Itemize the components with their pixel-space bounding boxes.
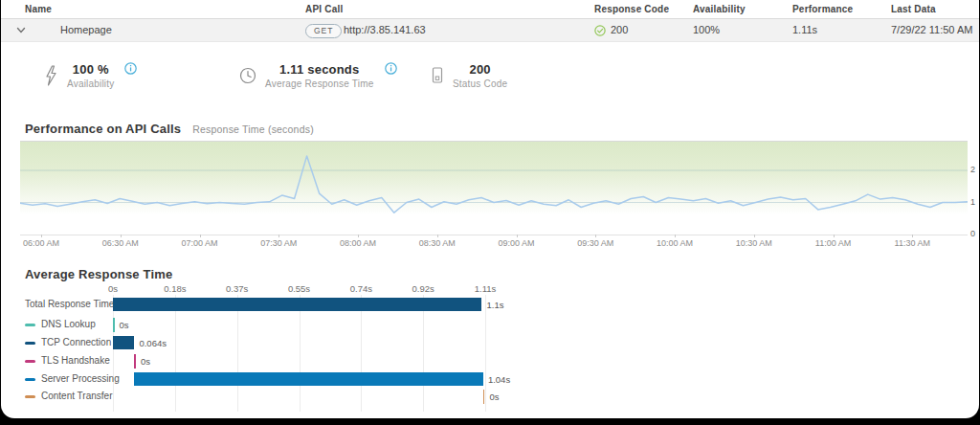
avg-response-value: 1.11 seconds bbox=[265, 62, 374, 77]
waterfall-bar-content-transfer bbox=[483, 390, 485, 404]
waterfall-bar-value: 0s bbox=[141, 356, 150, 367]
performance-line-chart bbox=[20, 141, 968, 235]
availability-label: Availability bbox=[67, 78, 114, 89]
lightning-icon bbox=[43, 64, 58, 87]
legend-dash-dns-lookup bbox=[25, 324, 35, 326]
row-response-code: 200 bbox=[611, 19, 628, 41]
x-tick-label: 08:00 AM bbox=[340, 238, 376, 248]
http-method-badge: GET bbox=[305, 24, 342, 38]
waterfall-gridline bbox=[485, 295, 486, 412]
waterfall-gridline bbox=[300, 295, 301, 412]
waterfall-row-label: Total Response Time bbox=[25, 299, 114, 309]
waterfall-row-label: Server Processing bbox=[41, 373, 120, 384]
status-device-icon bbox=[431, 66, 444, 85]
x-tick-label: 10:30 AM bbox=[736, 238, 772, 248]
row-last-data-received: 7/29/22 11:50 AM bbox=[891, 19, 972, 41]
success-check-icon bbox=[594, 25, 606, 36]
waterfall-bar-server-processing bbox=[134, 372, 482, 386]
waterfall-bar-value: 0.064s bbox=[139, 338, 167, 348]
waterfall-bar-total-response-time bbox=[113, 298, 481, 311]
table-header: Name API Call Response Code Availability… bbox=[1, 0, 979, 19]
waterfall-tick-label: 0.74s bbox=[350, 283, 372, 294]
table-row[interactable]: Homepage GET http://3.85.141.63 200 100%… bbox=[1, 19, 979, 42]
x-tick-label: 09:30 AM bbox=[577, 238, 613, 248]
waterfall-gridline bbox=[175, 295, 176, 412]
waterfall-bar-tls-handshake bbox=[134, 354, 136, 369]
performance-chart-title: Performance on API CallsResponse Time (s… bbox=[25, 122, 314, 136]
x-tick-mark bbox=[200, 235, 201, 237]
x-tick-label: 09:00 AM bbox=[498, 238, 534, 248]
waterfall-tick-label: 0.37s bbox=[226, 283, 248, 294]
performance-x-axis-line bbox=[20, 235, 968, 235]
x-tick-mark bbox=[121, 235, 122, 237]
waterfall-gridline bbox=[361, 295, 362, 412]
x-tick-mark bbox=[437, 235, 438, 237]
waterfall-bar-value: 0s bbox=[120, 320, 129, 330]
legend-dash-tls-handshake bbox=[25, 360, 35, 363]
performance-line-svg bbox=[20, 142, 968, 235]
stat-status-code: 200 Status Code bbox=[431, 62, 507, 89]
waterfall-row-label: Content Transfer bbox=[41, 391, 112, 401]
x-tick-label: 07:00 AM bbox=[181, 238, 217, 248]
monitoring-dashboard: Name API Call Response Code Availability… bbox=[1, 0, 979, 418]
chevron-down-icon[interactable] bbox=[16, 27, 26, 34]
waterfall-bar-dns-lookup bbox=[113, 318, 115, 332]
waterfall-gridline bbox=[423, 295, 424, 412]
y-tick-label: 0 bbox=[970, 229, 975, 238]
x-tick-mark bbox=[834, 235, 835, 237]
x-tick-label: 06:00 AM bbox=[23, 238, 59, 248]
waterfall-bar-value: 0s bbox=[489, 391, 499, 402]
stat-availability: 100 % Availability bbox=[43, 62, 137, 89]
waterfall-row-label: TCP Connection bbox=[41, 337, 111, 347]
column-header-api-call: API Call bbox=[305, 0, 343, 18]
performance-chart-title-text: Performance on API Calls bbox=[25, 122, 181, 136]
response-time-line bbox=[20, 156, 968, 212]
avg-response-label: Average Response Time bbox=[265, 78, 374, 89]
x-tick-label: 10:00 AM bbox=[657, 238, 693, 248]
waterfall-title: Average Response Time bbox=[25, 267, 173, 281]
x-tick-label: 06:30 AM bbox=[102, 238, 139, 248]
waterfall-bar-value: 1.1s bbox=[486, 300, 503, 310]
y-tick-label: 2 bbox=[970, 165, 975, 174]
waterfall-bar-tcp-connection bbox=[113, 336, 134, 349]
x-tick-mark bbox=[912, 235, 913, 237]
legend-dash-tcp-connection bbox=[25, 342, 35, 345]
x-tick-mark bbox=[517, 235, 518, 237]
stat-avg-response-time: 1.11 seconds Average Response Time bbox=[239, 62, 397, 89]
row-availability: 100% bbox=[693, 19, 720, 41]
waterfall-tick-label: 1.11s bbox=[475, 283, 497, 294]
waterfall-tick-label: 0.92s bbox=[412, 283, 434, 294]
clock-icon bbox=[239, 67, 256, 84]
column-header-availability: Availability bbox=[693, 0, 746, 18]
column-header-response-code: Response Code bbox=[594, 0, 669, 18]
x-tick-mark bbox=[358, 235, 359, 237]
waterfall-row-label: DNS Lookup bbox=[41, 319, 96, 329]
x-tick-mark bbox=[41, 235, 42, 237]
row-performance: 1.11s bbox=[792, 19, 817, 41]
x-tick-label: 08:30 AM bbox=[419, 238, 456, 248]
x-tick-mark bbox=[675, 235, 676, 237]
column-header-name: Name bbox=[25, 0, 52, 18]
info-icon[interactable] bbox=[124, 62, 137, 75]
x-tick-label: 11:30 AM bbox=[895, 238, 930, 248]
x-tick-mark bbox=[278, 235, 279, 237]
row-name: Homepage bbox=[60, 19, 112, 41]
legend-dash-server-processing bbox=[25, 378, 35, 381]
x-tick-label: 07:30 AM bbox=[260, 238, 297, 248]
x-tick-mark bbox=[754, 235, 755, 237]
legend-dash-content-transfer bbox=[25, 395, 35, 398]
waterfall-gridline bbox=[237, 295, 238, 412]
column-header-performance: Performance bbox=[792, 0, 853, 18]
waterfall-tick-label: 0s bbox=[108, 283, 118, 294]
waterfall-row-label: TLS Handshake bbox=[41, 355, 110, 366]
waterfall-tick-label: 0.55s bbox=[288, 283, 310, 294]
info-icon[interactable] bbox=[385, 62, 397, 75]
waterfall-tick-label: 0.18s bbox=[164, 283, 186, 294]
status-code-value: 200 bbox=[453, 62, 507, 77]
row-url: http://3.85.141.63 bbox=[344, 19, 426, 41]
availability-value: 100 % bbox=[67, 62, 114, 77]
x-tick-label: 11:00 AM bbox=[815, 238, 851, 248]
y-tick-label: 1 bbox=[970, 197, 975, 207]
waterfall-bar-value: 1.04s bbox=[488, 374, 510, 385]
status-code-label: Status Code bbox=[453, 78, 507, 89]
